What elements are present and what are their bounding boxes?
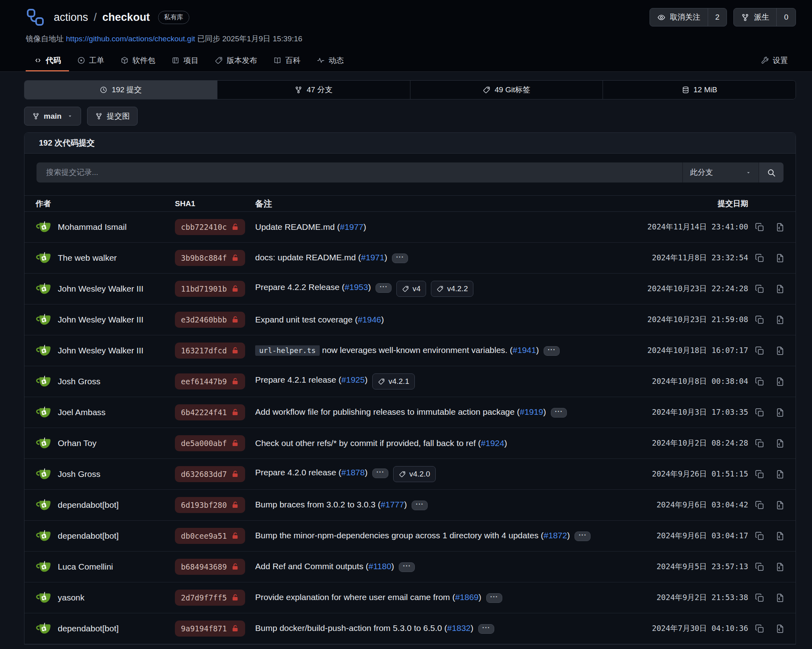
branch-filter-select[interactable]: 此分支: [682, 162, 759, 183]
stat-branches[interactable]: 47 分支: [217, 81, 410, 99]
commit-issue-link[interactable]: #1925: [341, 375, 365, 384]
commit-sha-badge[interactable]: 2d7d9f7ff5: [175, 590, 245, 606]
copy-sha-icon[interactable]: [755, 253, 765, 263]
search-button[interactable]: [759, 162, 784, 183]
copy-sha-icon[interactable]: [755, 315, 765, 325]
tab-activity[interactable]: 动态: [309, 51, 352, 71]
commit-more-button[interactable]: ···: [412, 501, 428, 510]
release-tag-icon: [215, 56, 223, 65]
stat-commits[interactable]: 192 提交: [24, 81, 217, 99]
copy-sha-icon[interactable]: [755, 500, 765, 510]
commit-more-button[interactable]: ···: [392, 254, 408, 263]
copy-sha-icon[interactable]: [755, 593, 765, 603]
branch-selector[interactable]: main: [24, 107, 81, 126]
tab-issues[interactable]: 工单: [69, 51, 112, 71]
stat-size[interactable]: 12 MiB: [603, 81, 796, 99]
copy-sha-icon[interactable]: [755, 284, 765, 294]
tab-settings[interactable]: 设置: [753, 51, 796, 71]
commit-issue-link[interactable]: #1946: [358, 315, 381, 324]
commit-sha-badge[interactable]: 9a9194f871: [175, 621, 245, 637]
fork-button[interactable]: 派生 0: [733, 8, 796, 26]
tab-packages[interactable]: 软件包: [112, 51, 163, 71]
commit-more-button[interactable]: ···: [372, 468, 388, 478]
commit-sha-badge[interactable]: 6d193bf280: [175, 497, 245, 513]
commit-issue-link[interactable]: #1180: [368, 562, 391, 571]
commit-issue-link[interactable]: #1924: [481, 438, 504, 448]
commit-more-button[interactable]: ···: [551, 408, 567, 418]
commit-more-button[interactable]: ···: [574, 531, 591, 541]
view-source-icon[interactable]: [775, 253, 785, 263]
commit-more-button[interactable]: ···: [478, 624, 494, 634]
commit-tag-pill[interactable]: v4: [396, 281, 426, 297]
view-source-icon[interactable]: [775, 284, 785, 294]
view-source-icon[interactable]: [775, 438, 785, 448]
copy-sha-icon[interactable]: [755, 377, 765, 387]
commit-more-button[interactable]: ···: [376, 283, 392, 293]
repo-owner-link[interactable]: actions: [54, 11, 88, 24]
mirror-url-link[interactable]: https://github.com/actions/checkout.git: [66, 34, 195, 43]
commit-issue-link[interactable]: #1977: [340, 222, 363, 231]
tab-releases[interactable]: 版本发布: [207, 51, 265, 71]
view-source-icon[interactable]: [775, 346, 785, 356]
commit-issue-link[interactable]: #1777: [381, 500, 404, 509]
commit-tag-pill[interactable]: v4.2.1: [372, 373, 415, 389]
commit-more-button[interactable]: ···: [486, 593, 502, 603]
copy-sha-icon[interactable]: [755, 562, 765, 572]
commit-sha-badge[interactable]: 11bd71901b: [175, 281, 245, 297]
tab-code[interactable]: 代码: [26, 51, 69, 71]
repo-name-link[interactable]: checkout: [102, 11, 150, 24]
commit-issue-link[interactable]: #1971: [361, 253, 384, 262]
view-source-icon[interactable]: [775, 377, 785, 387]
commit-issue-link[interactable]: #1919: [520, 407, 543, 416]
commit-issue-link[interactable]: #1878: [341, 468, 365, 477]
commit-issue-link[interactable]: #1869: [455, 592, 478, 602]
view-source-icon[interactable]: [775, 408, 785, 418]
site-logo-icon[interactable]: [26, 8, 45, 27]
view-source-icon[interactable]: [775, 562, 785, 572]
tab-wiki[interactable]: 百科: [265, 51, 309, 71]
unwatch-button[interactable]: 取消关注 2: [650, 8, 727, 26]
copy-sha-icon[interactable]: [755, 222, 765, 232]
commit-sha-badge[interactable]: 163217dfcd: [175, 343, 245, 359]
commit-issue-link[interactable]: #1872: [544, 531, 567, 540]
view-source-icon[interactable]: [775, 531, 785, 541]
copy-sha-icon[interactable]: [755, 438, 765, 448]
stat-tags[interactable]: 49 Git标签: [410, 81, 603, 99]
commit-sha-badge[interactable]: eef61447b9: [175, 373, 245, 389]
copy-sha-icon[interactable]: [755, 346, 765, 356]
view-source-icon[interactable]: [775, 593, 785, 603]
commit-sha-badge[interactable]: 3b9b8c884f: [175, 250, 245, 266]
view-source-icon[interactable]: [775, 500, 785, 510]
commit-tag-pill[interactable]: v4.2.2: [431, 281, 473, 297]
tab-projects[interactable]: 项目: [163, 51, 207, 71]
commit-message-cell: Add workflow file for publishing release…: [255, 407, 623, 418]
commit-more-button[interactable]: ···: [399, 562, 415, 572]
copy-sha-icon[interactable]: [755, 408, 765, 418]
commit-issue-link[interactable]: #1832: [447, 623, 471, 633]
watch-count[interactable]: 2: [708, 8, 727, 26]
commit-sha-badge[interactable]: cbb722410c: [175, 219, 245, 235]
fork-count[interactable]: 0: [776, 8, 796, 26]
commit-graph-button[interactable]: 提交图: [87, 107, 138, 126]
view-source-icon[interactable]: [775, 315, 785, 325]
commit-sha-badge[interactable]: e3d2460bbb: [175, 312, 245, 328]
copy-sha-icon[interactable]: [755, 624, 765, 634]
commit-sha-badge[interactable]: db0cee9a51: [175, 528, 245, 544]
commit-issue-link[interactable]: #1953: [345, 282, 368, 292]
commit-sha-badge[interactable]: de5a000abf: [175, 435, 245, 451]
commit-sha-badge[interactable]: d632683dd7: [175, 466, 245, 482]
commit-date: 2024年10月8日 00:38:04: [623, 376, 748, 387]
copy-sha-icon[interactable]: [755, 531, 765, 541]
commit-search-input[interactable]: [37, 162, 682, 183]
commit-message: Bump docker/build-push-action from 5.3.0…: [255, 623, 447, 633]
commit-date-cell: 2024年9月6日 03:04:17: [623, 531, 796, 541]
commit-tag-pill[interactable]: v4.2.0: [393, 466, 436, 482]
view-source-icon[interactable]: [775, 469, 785, 479]
commit-sha-badge[interactable]: 6b42224f41: [175, 404, 245, 420]
copy-sha-icon[interactable]: [755, 469, 765, 479]
commit-sha-badge[interactable]: b684943689: [175, 559, 245, 575]
commit-more-button[interactable]: ···: [544, 346, 560, 356]
commit-issue-link[interactable]: #1941: [513, 345, 536, 355]
view-source-icon[interactable]: [775, 624, 785, 634]
view-source-icon[interactable]: [775, 222, 785, 232]
